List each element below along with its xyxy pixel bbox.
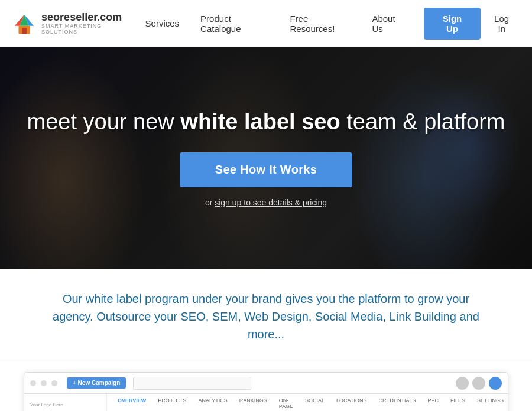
nav-free-resources[interactable]: Free Resources! [280, 9, 360, 38]
hero-sub-or: or [205, 198, 215, 207]
hero-content: meet your new white label seo team & pla… [4, 109, 529, 207]
tab-rankings[interactable]: RANKINGS [233, 394, 273, 411]
window-dot-2 [41, 380, 47, 386]
tab-onpage[interactable]: ON-PAGE [273, 394, 299, 411]
description-section: Our white label program under your brand… [0, 269, 532, 360]
dashboard-header-icons [456, 377, 502, 390]
tab-settings[interactable]: SETTINGS [471, 394, 508, 411]
tab-ppc[interactable]: PPC [421, 394, 445, 411]
logo-tagline: SMART MARKETING SOLUTIONS [41, 23, 135, 35]
sidebar-logo-placeholder: Your Logo Here [24, 399, 106, 411]
dashboard-main: OVERVIEW PROJECTS ANALYTICS RANKINGS ON-… [107, 394, 508, 411]
tab-social[interactable]: SOCIAL [299, 394, 330, 411]
description-text: Our white label program under your brand… [41, 290, 491, 343]
login-button[interactable]: Log In [483, 8, 520, 40]
nav-links: Services Product Catalogue Free Resource… [136, 8, 520, 40]
logo-name: seoreseller.com [41, 12, 135, 24]
campaign-search-input[interactable] [133, 377, 251, 390]
dashboard-tabs: OVERVIEW PROJECTS ANALYTICS RANKINGS ON-… [107, 394, 508, 411]
hero-subtext: or sign up to see details & pricing [27, 198, 505, 207]
dashboard-preview-section: + New Campaign Your Logo Here outsourcin… [0, 360, 532, 411]
window-dot-3 [51, 380, 57, 386]
logo-icon [12, 11, 37, 37]
tab-files[interactable]: FILES [445, 394, 471, 411]
tab-credentials[interactable]: CREDENTIALS [372, 394, 421, 411]
dashboard-topbar: + New Campaign [24, 373, 508, 394]
tab-analytics[interactable]: ANALYTICS [192, 394, 233, 411]
bell-icon [472, 377, 485, 390]
globe-icon [456, 377, 469, 390]
signup-button[interactable]: Sign Up [424, 8, 481, 40]
dashboard-frame: + New Campaign Your Logo Here outsourcin… [24, 372, 508, 411]
nav-product-catalogue[interactable]: Product Catalogue [191, 9, 278, 38]
logo[interactable]: seoreseller.com SMART MARKETING SOLUTION… [12, 11, 136, 37]
hero-signup-link[interactable]: sign up to see details & pricing [215, 198, 327, 207]
dashboard-sidebar: Your Logo Here outsourcing seo company S… [24, 394, 107, 411]
tab-locations[interactable]: LOCATIONS [330, 394, 372, 411]
hero-headline: meet your new white label seo team & pla… [27, 109, 505, 136]
nav-about-us[interactable]: About Us [362, 9, 415, 38]
user-avatar-icon[interactable] [489, 377, 502, 390]
new-campaign-button[interactable]: + New Campaign [67, 377, 126, 389]
dashboard-body: Your Logo Here outsourcing seo company S… [24, 394, 508, 411]
navbar: seoreseller.com SMART MARKETING SOLUTION… [0, 0, 532, 47]
window-dot-1 [30, 380, 36, 386]
see-how-it-works-button[interactable]: See How It Works [180, 152, 352, 187]
svg-rect-5 [22, 28, 27, 34]
tab-projects[interactable]: PROJECTS [152, 394, 192, 411]
tab-overview[interactable]: OVERVIEW [112, 394, 152, 411]
hero-section: meet your new white label seo team & pla… [0, 47, 532, 269]
nav-services[interactable]: Services [136, 14, 189, 33]
